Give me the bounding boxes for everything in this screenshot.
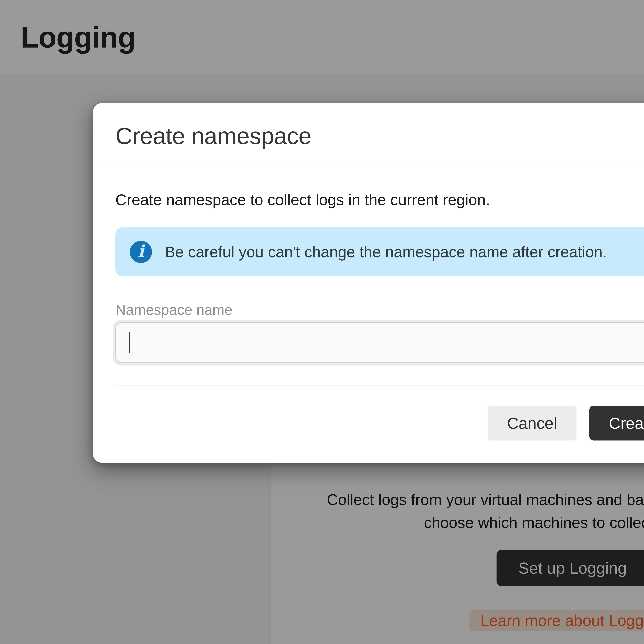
info-icon: i	[130, 241, 152, 263]
modal-description: Create namespace to collect logs in the …	[115, 190, 644, 209]
info-alert-text: Be careful you can't change the namespac…	[165, 243, 607, 261]
namespace-input-wrap	[115, 322, 644, 363]
info-icon-glyph: i	[138, 243, 144, 259]
modal-header: Create namespace	[93, 103, 644, 164]
info-alert: i Be careful you can't change the namesp…	[115, 227, 644, 276]
modal-footer: Cancel Create	[93, 386, 644, 463]
create-namespace-modal: Create namespace Create namespace to col…	[93, 103, 644, 463]
create-button-label: Create	[609, 414, 644, 432]
page: Logging Collect logs from your virtual m…	[0, 0, 644, 644]
modal-title: Create namespace	[115, 122, 644, 149]
namespace-name-input[interactable]	[115, 322, 644, 363]
cancel-button-label: Cancel	[507, 414, 557, 432]
modal-body: Create namespace to collect logs in the …	[93, 164, 644, 386]
text-caret	[129, 332, 130, 353]
create-button[interactable]: Create	[589, 406, 644, 440]
namespace-name-label: Namespace name	[115, 302, 644, 318]
cancel-button[interactable]: Cancel	[488, 406, 577, 440]
